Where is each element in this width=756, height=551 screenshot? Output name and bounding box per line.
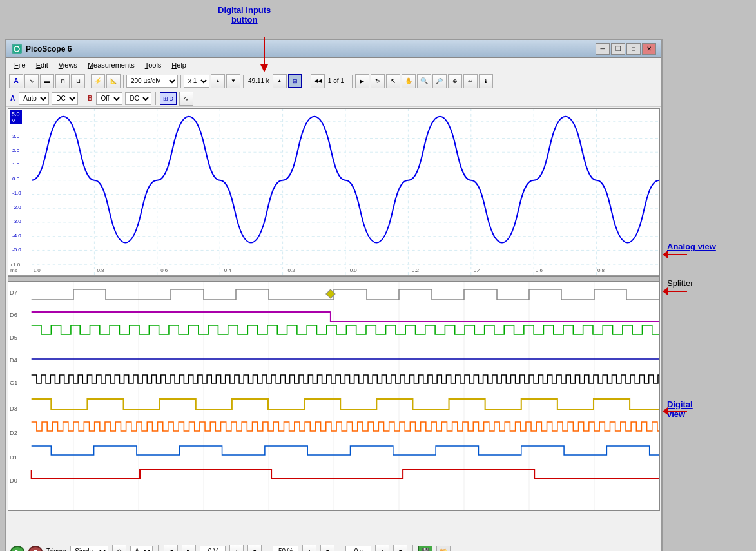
pct-down[interactable]: ▼ bbox=[320, 545, 334, 552]
title-bar: PicoScope 6 ─ ❐ □ ✕ bbox=[6, 40, 661, 58]
ch-sep-1 bbox=[82, 92, 82, 105]
ch-b-dc[interactable]: DCAC bbox=[125, 92, 151, 105]
ch-sep-2 bbox=[155, 92, 156, 105]
digital-inputs-annotation: Digital Inputs button bbox=[218, 5, 271, 24]
window-controls: ─ ❐ □ ✕ bbox=[596, 43, 656, 55]
channel-dig-button[interactable]: ⊓ bbox=[55, 74, 70, 88]
digital-channels-svg: D7 D6 D5 D4 G1 D3 D2 D1 D0 bbox=[8, 282, 659, 510]
timebase-select[interactable]: 200 µs/div bbox=[126, 75, 178, 88]
up-button[interactable]: ▲ bbox=[211, 74, 225, 88]
trig-up-button[interactable]: ◀ bbox=[164, 545, 178, 552]
svg-text:D1: D1 bbox=[10, 454, 17, 461]
volt-up[interactable]: ▲ bbox=[229, 545, 244, 552]
main-toolbar: A ∿ ▬ ⊓ ⊔ ⚡ 📐 200 µs/div x 1 ▲ ▼ 49.11 k… bbox=[6, 72, 661, 90]
volt-down[interactable]: ▼ bbox=[247, 545, 262, 552]
zoom-fit-button[interactable]: ⊕ bbox=[448, 74, 462, 88]
minimize-button[interactable]: ─ bbox=[596, 43, 610, 55]
x-axis-labels: -1.0-0.8-0.6-0.4-0.2 0.00.20.40.60.8 bbox=[32, 267, 659, 273]
undo-button[interactable]: ↩ bbox=[463, 74, 478, 88]
ch-b-label: B bbox=[86, 95, 93, 102]
scope-area: 5.0V 5.0 3.0 2.0 1.0 0.0 -1.0 -2.0 -3.0 … bbox=[8, 108, 660, 511]
channel-a-button[interactable]: A bbox=[9, 74, 23, 88]
splitter-bar[interactable] bbox=[8, 276, 659, 282]
toolbar-sep-4 bbox=[243, 75, 244, 88]
y-axis: 5.0 3.0 2.0 1.0 0.0 -1.0 -2.0 -3.0 -4.0 … bbox=[10, 109, 31, 275]
main-window: PicoScope 6 ─ ❐ □ ✕ File Edit Views Meas… bbox=[5, 39, 663, 551]
x-unit-label: x1.0ms bbox=[10, 262, 20, 273]
hand-button[interactable]: ✋ bbox=[402, 74, 416, 88]
menu-measurements[interactable]: Measurements bbox=[82, 60, 140, 70]
svg-text:D5: D5 bbox=[10, 334, 17, 341]
ch-a-label: A bbox=[9, 95, 16, 102]
voltage-input[interactable] bbox=[200, 546, 226, 552]
sample-rate-label: 49.11 k bbox=[246, 77, 271, 84]
menu-tools[interactable]: Tools bbox=[140, 60, 167, 70]
menu-file[interactable]: File bbox=[9, 60, 31, 70]
cursor-button[interactable]: ↖ bbox=[386, 74, 400, 88]
channel-scope-button[interactable]: ∿ bbox=[24, 74, 39, 88]
analog-view-arrow bbox=[663, 248, 688, 262]
ch-a-dc[interactable]: DCAC bbox=[52, 92, 78, 105]
time-input[interactable] bbox=[345, 546, 371, 552]
stop-button[interactable]: ■ bbox=[28, 546, 43, 552]
channel-bar-button[interactable]: ▬ bbox=[40, 74, 54, 88]
save-button[interactable]: 💾 bbox=[418, 546, 432, 552]
ch-b-coupling[interactable]: OffDCAC bbox=[96, 92, 122, 105]
time-up[interactable]: ▲ bbox=[375, 545, 389, 552]
pct-up[interactable]: ▲ bbox=[302, 545, 316, 552]
svg-text:D0: D0 bbox=[10, 478, 17, 484]
multiplier-select[interactable]: x 1 bbox=[184, 75, 209, 88]
digital-inputs-button[interactable]: ⊞ bbox=[288, 74, 302, 88]
refresh-button[interactable]: ↻ bbox=[371, 74, 385, 88]
svg-text:D4: D4 bbox=[10, 357, 17, 363]
status-sep-2 bbox=[267, 545, 267, 552]
app-icon bbox=[12, 44, 22, 54]
sample-up[interactable]: ▲ bbox=[273, 74, 287, 88]
trigger-label: Trigger bbox=[46, 548, 66, 551]
svg-text:D3: D3 bbox=[10, 405, 17, 412]
time-down[interactable]: ▼ bbox=[393, 545, 407, 552]
svg-text:D2: D2 bbox=[10, 430, 17, 436]
menu-help[interactable]: Help bbox=[166, 60, 191, 70]
percent-input[interactable] bbox=[273, 546, 298, 552]
zoom-in-button[interactable]: 🔍 bbox=[417, 74, 431, 88]
svg-marker-5 bbox=[663, 287, 668, 295]
analog-grid-svg bbox=[32, 109, 659, 275]
zoom-out-button[interactable]: 🔎 bbox=[432, 74, 447, 88]
toolbar-sep-6 bbox=[352, 75, 353, 88]
ch-a-coupling[interactable]: AutoDCAC bbox=[19, 92, 49, 105]
open-button[interactable]: 📂 bbox=[436, 546, 451, 552]
probe-button[interactable]: ⚡ bbox=[91, 74, 105, 88]
digital-view-arrow bbox=[663, 405, 688, 419]
trigger-channel-select[interactable]: AB bbox=[130, 546, 153, 552]
math-button[interactable]: ∿ bbox=[179, 92, 193, 106]
trig-down-button[interactable]: ▶ bbox=[182, 545, 196, 552]
status-bar: ▶ ■ Trigger SingleAutoRepeat ⚙ AB ◀ ▶ ▲ … bbox=[6, 543, 661, 551]
menu-views[interactable]: Views bbox=[53, 60, 82, 70]
restore-button[interactable]: ❐ bbox=[611, 43, 625, 55]
run-button[interactable]: ▶ bbox=[10, 546, 24, 552]
down-button[interactable]: ▼ bbox=[226, 74, 240, 88]
window-title: PicoScope 6 bbox=[26, 44, 596, 53]
digital-ch-button[interactable]: ⊞ D bbox=[160, 92, 177, 105]
toolbar-sep-3 bbox=[180, 75, 181, 88]
prev-page-button[interactable]: ◀◀ bbox=[311, 74, 325, 88]
trigger-setup-button[interactable]: ⚙ bbox=[112, 545, 126, 552]
channel-dig2-button[interactable]: ⊔ bbox=[71, 74, 85, 88]
close-button[interactable]: ✕ bbox=[642, 43, 656, 55]
toolbar-sep-2 bbox=[123, 75, 124, 88]
maximize-button[interactable]: □ bbox=[626, 43, 641, 55]
svg-text:D6: D6 bbox=[10, 312, 17, 318]
status-sep-1 bbox=[158, 545, 159, 552]
splitter-arrow bbox=[663, 285, 688, 299]
status-sep-4 bbox=[412, 545, 413, 552]
play-button[interactable]: ▶ bbox=[355, 74, 369, 88]
status-sep-3 bbox=[340, 545, 340, 552]
digital-inputs-arrow bbox=[258, 37, 271, 74]
digital-view: D7 D6 D5 D4 G1 D3 D2 D1 D0 bbox=[8, 282, 659, 510]
trigger-mode-select[interactable]: SingleAutoRepeat bbox=[70, 546, 108, 552]
info-button[interactable]: ℹ bbox=[479, 74, 493, 88]
analog-view: 5.0V 5.0 3.0 2.0 1.0 0.0 -1.0 -2.0 -3.0 … bbox=[8, 109, 659, 276]
func-button[interactable]: 📐 bbox=[106, 74, 121, 88]
menu-edit[interactable]: Edit bbox=[31, 60, 53, 70]
